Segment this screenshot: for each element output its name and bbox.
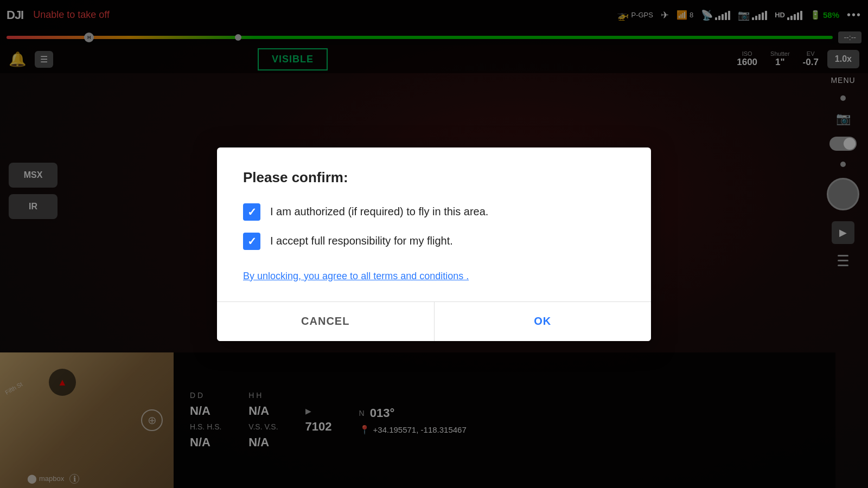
confirm-dialog: Please confirm: ✓ I am authorized (if re…: [217, 147, 651, 341]
checkbox-row-2: ✓ I accept full responsibility for my fl…: [243, 233, 625, 250]
dialog-title: Please confirm:: [243, 169, 625, 186]
checkbox-label-1: I am authorized (if required) to fly in …: [270, 206, 488, 218]
ok-button[interactable]: OK: [435, 302, 652, 341]
checkbox-label-2: I accept full responsibility for my flig…: [270, 235, 453, 247]
checkbox-1[interactable]: ✓: [243, 203, 260, 221]
dialog-body: Please confirm: ✓ I am authorized (if re…: [217, 147, 651, 301]
checkbox-2[interactable]: ✓: [243, 233, 260, 250]
cancel-button[interactable]: CANCEL: [217, 302, 435, 341]
dialog-overlay: Please confirm: ✓ I am authorized (if re…: [0, 0, 868, 488]
checkbox-row-1: ✓ I am authorized (if required) to fly i…: [243, 203, 625, 221]
dialog-footer: CANCEL OK: [217, 302, 651, 341]
terms-link[interactable]: By unlocking, you agree to all terms and…: [243, 271, 469, 282]
checkmark-2: ✓: [247, 235, 257, 248]
checkmark-1: ✓: [247, 206, 257, 219]
